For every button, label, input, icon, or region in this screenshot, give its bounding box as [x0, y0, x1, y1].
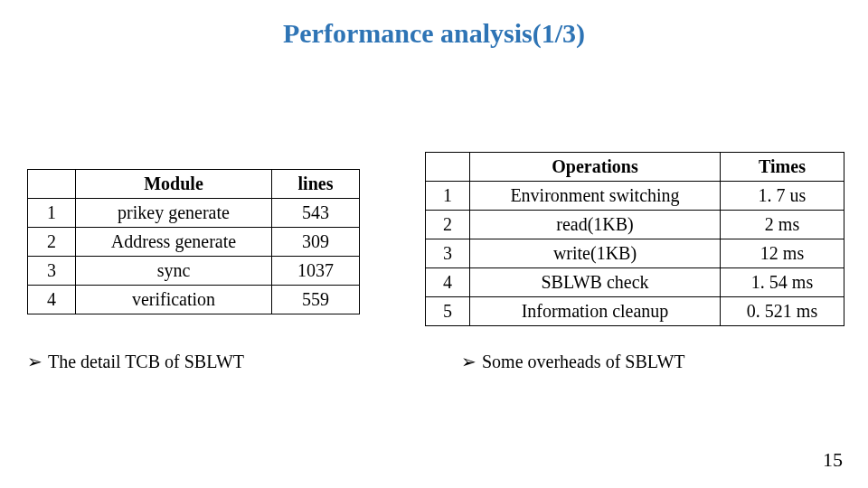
ovh-cell-times: 0. 521 ms: [721, 297, 844, 326]
table-header-row: Operations Times: [426, 153, 844, 182]
tcb-header-idx: [28, 170, 76, 199]
tcb-cell-lines: 309: [272, 228, 360, 257]
tcb-cell-idx: 2: [28, 228, 76, 257]
ovh-cell-op: Information cleanup: [470, 297, 721, 326]
table-row: 2 read(1KB) 2 ms: [426, 211, 844, 239]
tcb-header-lines: lines: [272, 170, 360, 199]
table-row: 1 Environment switching 1. 7 us: [426, 182, 844, 211]
slide: Performance analysis(1/3) Module lines 1…: [0, 0, 868, 488]
ovh-cell-idx: 3: [426, 239, 470, 268]
ovh-cell-op: SBLWB check: [470, 268, 721, 297]
table-row: 5 Information cleanup 0. 521 ms: [426, 297, 844, 326]
ovh-cell-idx: 4: [426, 268, 470, 297]
tcb-cell-idx: 3: [28, 257, 76, 286]
tcb-header-module: Module: [76, 170, 272, 199]
tcb-cell-idx: 1: [28, 199, 76, 228]
tcb-cell-idx: 4: [28, 286, 76, 314]
overheads-table: Operations Times 1 Environment switching…: [425, 152, 844, 326]
ovh-cell-idx: 2: [426, 211, 470, 239]
table-row: 3 write(1KB) 12 ms: [426, 239, 844, 268]
tcb-table: Module lines 1 prikey generate 543 2 Add…: [27, 169, 360, 314]
table-row: 4 SBLWB check 1. 54 ms: [426, 268, 844, 297]
table-row: 2 Address generate 309: [28, 228, 360, 257]
table-row: 3 sync 1037: [28, 257, 360, 286]
tcb-cell-module: verification: [76, 286, 272, 314]
tcb-cell-module: sync: [76, 257, 272, 286]
ovh-cell-idx: 5: [426, 297, 470, 326]
tcb-cell-lines: 543: [272, 199, 360, 228]
ovh-cell-idx: 1: [426, 182, 470, 211]
arrow-icon: ➢: [27, 352, 42, 371]
tcb-cell-lines: 559: [272, 286, 360, 314]
ovh-cell-times: 2 ms: [721, 211, 844, 239]
tcb-cell-lines: 1037: [272, 257, 360, 286]
page-number: 15: [823, 448, 843, 472]
ovh-header-times: Times: [721, 153, 844, 182]
tcb-caption-text: The detail TCB of SBLWT: [48, 352, 244, 371]
overheads-caption: ➢Some overheads of SBLWT: [461, 351, 685, 372]
tcb-caption: ➢The detail TCB of SBLWT: [27, 351, 244, 372]
page-title: Performance analysis(1/3): [0, 18, 868, 49]
table-row: 4 verification 559: [28, 286, 360, 314]
ovh-cell-op: Environment switching: [470, 182, 721, 211]
arrow-icon: ➢: [461, 352, 476, 371]
tcb-cell-module: prikey generate: [76, 199, 272, 228]
table-header-row: Module lines: [28, 170, 360, 199]
overheads-caption-text: Some overheads of SBLWT: [482, 352, 685, 371]
ovh-header-idx: [426, 153, 470, 182]
tcb-cell-module: Address generate: [76, 228, 272, 257]
ovh-cell-times: 1. 54 ms: [721, 268, 844, 297]
ovh-cell-op: read(1KB): [470, 211, 721, 239]
ovh-cell-op: write(1KB): [470, 239, 721, 268]
ovh-cell-times: 1. 7 us: [721, 182, 844, 211]
ovh-header-op: Operations: [470, 153, 721, 182]
ovh-cell-times: 12 ms: [721, 239, 844, 268]
table-row: 1 prikey generate 543: [28, 199, 360, 228]
